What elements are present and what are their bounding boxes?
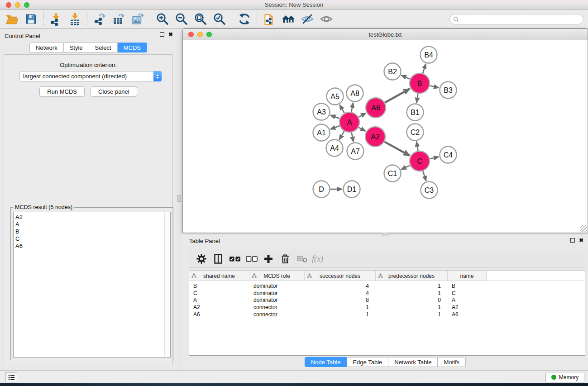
column-header-name[interactable]: name	[448, 271, 487, 281]
result-item[interactable]: B	[15, 228, 170, 235]
network-canvas[interactable]: B4B2BB3A8A5A6A3B1AA1C2A2A4A7C4CC1C3DD1	[183, 40, 588, 233]
graph-edge-A-A8[interactable]	[351, 103, 353, 112]
graph-edge-A-A3[interactable]	[330, 115, 339, 119]
result-item[interactable]: A6	[15, 243, 170, 250]
hide-graphics-details-icon[interactable]	[298, 11, 316, 27]
graph-edge-A6-B[interactable]	[385, 89, 410, 103]
graph-edge-C-C3[interactable]	[423, 171, 426, 181]
graph-edge-C-C4[interactable]	[430, 157, 439, 159]
export-network-icon[interactable]	[91, 11, 109, 27]
graph-edge-A-A4[interactable]	[339, 131, 344, 139]
mcds-result-list[interactable]: A2ABCA6	[13, 212, 171, 357]
resize-grip-icon[interactable]	[580, 225, 587, 232]
graph-node-B[interactable]: B	[410, 73, 430, 93]
import-network-icon[interactable]	[47, 11, 65, 27]
close-panel-button[interactable]: Close panel	[91, 86, 137, 97]
tab-mcds[interactable]: MCDS	[118, 43, 147, 52]
graph-node-C2[interactable]: C2	[407, 124, 424, 141]
network-window-titlebar[interactable]: testGlobe.txt	[183, 29, 588, 40]
graph-node-D[interactable]: D	[313, 181, 330, 198]
node-table[interactable]: shared nameMCDS rolesuccessor nodesprede…	[189, 271, 585, 356]
tab-style[interactable]: Style	[64, 43, 89, 52]
close-panel-icon[interactable]: ✖	[579, 238, 583, 243]
graph-node-D1[interactable]: D1	[344, 181, 360, 198]
search-field[interactable]	[449, 14, 583, 24]
column-header-predecessor-nodes[interactable]: predecessor nodes	[376, 271, 448, 281]
deselect-all-icon[interactable]	[243, 251, 260, 267]
zoom-selected-icon[interactable]	[210, 11, 229, 27]
network-from-file-icon[interactable]	[260, 11, 278, 27]
export-image-icon[interactable]	[129, 11, 147, 27]
graph-node-A3[interactable]: A3	[313, 104, 330, 120]
table-row-C[interactable]: Cdominator41C	[189, 290, 585, 297]
save-session-icon[interactable]	[22, 11, 40, 27]
graph-node-A2[interactable]: A2	[365, 127, 385, 147]
search-input[interactable]	[461, 15, 583, 24]
table-row-A6[interactable]: A6connector11A6	[189, 311, 585, 318]
tab-network-table[interactable]: Network Table	[388, 357, 438, 367]
export-table-icon[interactable]	[110, 11, 128, 27]
houses-icon[interactable]	[279, 11, 297, 27]
zoom-out-icon[interactable]	[172, 11, 191, 27]
zoom-in-icon[interactable]	[153, 11, 172, 27]
splitter-handle[interactable]	[177, 195, 181, 202]
graph-node-C1[interactable]: C1	[384, 165, 401, 182]
tab-motifs[interactable]: Motifs	[438, 357, 466, 367]
zoom-fit-icon[interactable]	[191, 11, 210, 27]
graph-edge-A-A6[interactable]	[359, 113, 366, 117]
result-item[interactable]: A	[15, 221, 170, 228]
graph-node-B2[interactable]: B2	[384, 63, 401, 80]
splitter-handle[interactable]	[382, 233, 388, 236]
graph-node-C4[interactable]: C4	[440, 147, 457, 163]
add-row-icon[interactable]	[260, 251, 277, 267]
refresh-icon[interactable]	[235, 11, 253, 27]
graph-edge-C-C2[interactable]	[416, 142, 418, 151]
table-row-A2[interactable]: A2connector11A2	[189, 304, 585, 311]
graph-node-C3[interactable]: C3	[421, 182, 438, 199]
column-header-MCDS-role[interactable]: MCDS role	[249, 271, 305, 281]
table-row-A[interactable]: Adominator80A	[189, 297, 585, 304]
close-panel-icon[interactable]: ✖	[168, 32, 173, 37]
vertical-splitter[interactable]	[177, 29, 182, 370]
run-mcds-button[interactable]: Run MCDS	[39, 86, 85, 97]
graph-node-A1[interactable]: A1	[313, 124, 330, 141]
graph-edge-A-A1[interactable]	[330, 126, 339, 129]
tab-node-table[interactable]: Node Table	[305, 357, 347, 367]
import-table-icon[interactable]	[66, 11, 84, 27]
float-panel-icon[interactable]	[160, 32, 164, 37]
tab-network[interactable]: Network	[29, 43, 64, 52]
open-session-icon[interactable]	[3, 11, 21, 27]
graph-node-A8[interactable]: A8	[347, 85, 363, 102]
result-item[interactable]: A2	[15, 214, 170, 221]
graph-node-B1[interactable]: B1	[407, 104, 424, 121]
graph-node-A[interactable]: A	[339, 112, 359, 132]
graph-node-A7[interactable]: A7	[347, 143, 364, 160]
graph-edge-B-B3[interactable]	[430, 86, 439, 88]
graph-edge-C-C1[interactable]	[402, 165, 410, 169]
delete-row-icon[interactable]	[277, 251, 293, 267]
graph-node-B4[interactable]: B4	[421, 47, 437, 63]
scrollbar[interactable]	[164, 212, 170, 357]
task-history-button[interactable]	[5, 372, 17, 382]
settings-gear-icon[interactable]	[193, 251, 210, 267]
memory-button[interactable]: Memory	[545, 372, 584, 382]
show-column-icon[interactable]	[210, 251, 226, 267]
column-header-shared-name[interactable]: shared name	[189, 271, 249, 281]
graph-node-A4[interactable]: A4	[326, 140, 343, 157]
graph-edge-A-A2[interactable]	[359, 127, 365, 131]
result-item[interactable]: C	[15, 235, 170, 243]
select-all-icon[interactable]	[226, 251, 243, 267]
graph-edge-A-A5[interactable]	[340, 105, 344, 113]
show-graphics-details-icon[interactable]	[317, 11, 335, 27]
graph-node-A5[interactable]: A5	[327, 88, 344, 105]
network-graph[interactable]: B4B2BB3A8A5A6A3B1AA1C2A2A4A7C4CC1C3DD1	[183, 40, 588, 233]
table-row-B[interactable]: Bdominator41B	[189, 282, 585, 290]
graph-node-C[interactable]: C	[410, 151, 430, 171]
graph-edge-B-B4[interactable]	[423, 64, 426, 73]
graph-edge-B-B2[interactable]	[402, 76, 410, 79]
graph-node-B3[interactable]: B3	[440, 82, 457, 99]
graph-edge-A2-C[interactable]	[384, 142, 410, 156]
column-header-successor-nodes[interactable]: successor nodes	[305, 271, 376, 281]
graph-node-A6[interactable]: A6	[366, 98, 386, 118]
criterion-select[interactable]: largest connected component (directed)	[19, 71, 162, 81]
